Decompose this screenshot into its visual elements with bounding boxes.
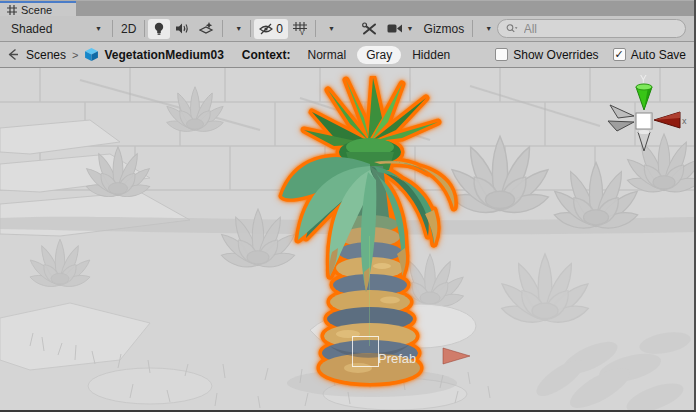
scene-search-field[interactable] (497, 19, 686, 38)
speaker-icon (175, 22, 189, 35)
gizmo-down-cone[interactable] (638, 132, 650, 151)
context-option-gray[interactable]: Gray (357, 46, 401, 64)
prefab-context-bar: Scenes > VegetationMedium03 Context: Nor… (0, 42, 694, 68)
context-option-normal[interactable]: Normal (299, 46, 356, 64)
auto-save-toggle[interactable]: ✓ Auto Save (613, 48, 686, 62)
show-overrides-label: Show Overrides (513, 48, 598, 62)
dropdown-caret-icon: ▼ (407, 25, 414, 32)
move-gizmo-x-handle[interactable] (442, 345, 472, 367)
tab-strip: Scene (0, 0, 694, 16)
toolbar-separator (250, 20, 251, 37)
search-icon (506, 23, 518, 34)
gizmos-label: Gizmos (424, 22, 465, 36)
effects-icon (199, 22, 214, 35)
toolbar-separator (112, 20, 113, 37)
move-gizmo-y-line (369, 236, 370, 346)
toolbar-separator (315, 20, 316, 37)
gizmo-left-cone[interactable] (608, 121, 634, 131)
back-arrow-icon[interactable] (6, 47, 21, 62)
scene-lighting-button[interactable] (148, 19, 170, 39)
checkmark-icon: ✓ (615, 49, 624, 60)
breadcrumb-prefab-name[interactable]: VegetationMedium03 (104, 48, 223, 62)
hidden-eye-icon (259, 23, 274, 35)
auto-save-checkbox[interactable]: ✓ (613, 48, 626, 61)
toolbar-separator (472, 20, 473, 37)
context-option-hidden[interactable]: Hidden (403, 46, 459, 64)
gizmo-cube[interactable] (636, 113, 652, 129)
dropdown-caret-icon: ▼ (235, 25, 242, 32)
audio-button[interactable] (170, 19, 194, 39)
grid-snap-icon: y (293, 22, 307, 35)
breadcrumb: Scenes > VegetationMedium03 (6, 47, 224, 62)
context-label: Context: (242, 48, 291, 62)
gizmo-x-axis-label: x (682, 116, 687, 126)
scene-view-window: Scene Shaded ▼ 2D (0, 0, 696, 412)
gizmo-back-cone[interactable] (610, 105, 634, 118)
show-overrides-checkbox[interactable] (495, 48, 508, 61)
gizmos-caret-button[interactable]: ▼ (476, 19, 497, 39)
tab-scene[interactable]: Scene (0, 1, 76, 16)
overlay-tools-button[interactable] (357, 19, 382, 39)
dropdown-caret-icon: ▼ (328, 25, 335, 32)
shading-mode-dropdown[interactable]: Shaded ▼ (4, 19, 109, 39)
camera-settings-button[interactable]: ▼ (382, 19, 419, 39)
scene-toolbar: Shaded ▼ 2D (0, 16, 694, 42)
camera-icon (387, 23, 403, 34)
show-overrides-toggle[interactable]: Show Overrides (495, 48, 598, 62)
grid-dropdown[interactable]: ▼ (319, 19, 340, 39)
tab-label: Scene (21, 4, 52, 16)
gizmo-y-axis-label: Y (640, 74, 647, 85)
toolbar-separator (222, 20, 223, 37)
gizmos-dropdown[interactable]: Gizmos (419, 19, 470, 39)
shading-mode-label: Shaded (11, 22, 52, 36)
grid-visibility-button[interactable]: y (288, 19, 312, 39)
auto-save-label: Auto Save (631, 48, 686, 62)
toolbar-separator (144, 20, 145, 37)
context-toggles: Show Overrides ✓ Auto Save (495, 48, 688, 62)
effects-dropdown[interactable]: ▼ (226, 19, 247, 39)
breadcrumb-scenes[interactable]: Scenes (26, 48, 66, 62)
search-input[interactable] (522, 21, 677, 37)
dropdown-caret-icon: ▼ (95, 25, 102, 32)
tools-icon (362, 22, 377, 36)
grid-tab-icon (7, 5, 17, 15)
dropdown-caret-icon: ▼ (485, 25, 492, 32)
prefab-selection-box[interactable] (352, 336, 379, 367)
breadcrumb-separator: > (72, 49, 78, 61)
scene-visibility-button[interactable]: 0 (254, 19, 288, 39)
effects-button[interactable] (194, 19, 219, 39)
prefab-overlay-label: Prefab (378, 351, 416, 366)
prefab-cube-icon (84, 47, 99, 62)
context-mode-group: Context: Normal Gray Hidden (242, 46, 459, 64)
light-bulb-icon (153, 22, 165, 36)
hidden-count: 0 (276, 22, 283, 36)
2d-mode-button[interactable]: 2D (116, 19, 141, 39)
2d-mode-label: 2D (121, 22, 136, 36)
scene-viewport[interactable]: Prefab Y x (0, 68, 694, 410)
orientation-gizmo[interactable]: Y x (604, 74, 688, 154)
